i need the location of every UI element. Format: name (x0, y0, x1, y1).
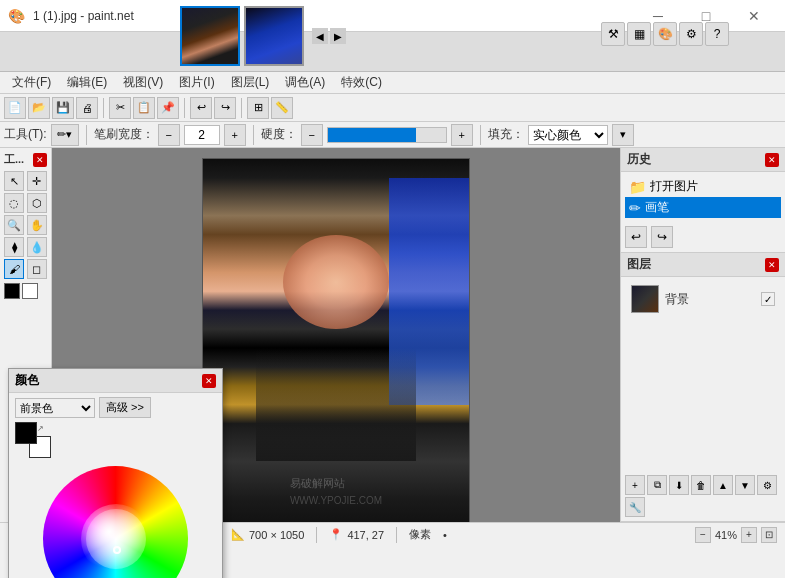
color-panel-title: 颜色 (15, 372, 39, 389)
history-item-open[interactable]: 📁 打开图片 (625, 176, 781, 197)
paste-button[interactable]: 📌 (157, 97, 179, 119)
add-layer-button[interactable]: + (625, 475, 645, 495)
foreground-swatch[interactable]: ↗ (15, 422, 37, 444)
toolbar-sep-1 (103, 98, 104, 118)
lasso-tool[interactable]: ◌ (4, 193, 24, 213)
undo-button[interactable]: ↩ (190, 97, 212, 119)
fill-options[interactable]: ▾ (612, 124, 634, 146)
canvas-watermark: 易破解网站 WWW.YPOJIE.COM (290, 474, 382, 507)
menu-colors[interactable]: 调色(A) (277, 72, 333, 93)
duplicate-layer-button[interactable]: ⧉ (647, 475, 667, 495)
thumbnail-2[interactable] (244, 6, 304, 66)
layers-panel: 图层 ✕ 背景 ✓ + ⧉ ⬇ 🗑 ▲ ▼ ⚙ 🔧 (621, 253, 785, 522)
undo-history-button[interactable]: ↩ (625, 226, 647, 248)
background-color[interactable] (22, 283, 38, 299)
menu-edit[interactable]: 编辑(E) (59, 72, 115, 93)
zoom-out-button[interactable]: − (695, 527, 711, 543)
layer-background[interactable]: 背景 ✓ (625, 281, 781, 317)
zoom-in-button[interactable]: + (741, 527, 757, 543)
thumb-arrow-right[interactable]: ▶ (330, 28, 346, 44)
magic-wand[interactable]: ⬡ (27, 193, 47, 213)
settings-icon[interactable]: ⚙ (679, 22, 703, 46)
new-button[interactable]: 📄 (4, 97, 26, 119)
eraser-tool[interactable]: ◻ (27, 259, 47, 279)
status-sep-2 (316, 527, 317, 543)
layer-name: 背景 (665, 291, 755, 308)
delete-layer-button[interactable]: 🗑 (691, 475, 711, 495)
close-button[interactable]: ✕ (731, 0, 777, 32)
brush-sep-3 (480, 125, 481, 145)
menu-effects[interactable]: 特效(C) (333, 72, 390, 93)
ruler-button[interactable]: 📏 (271, 97, 293, 119)
hardness-minus[interactable]: − (301, 124, 323, 146)
zoom-fit-button[interactable]: ⊡ (761, 527, 777, 543)
hardness-plus[interactable]: + (451, 124, 473, 146)
toolbar-sep-3 (241, 98, 242, 118)
copy-button[interactable]: 📋 (133, 97, 155, 119)
menu-image[interactable]: 图片(I) (171, 72, 222, 93)
layer-blend-button[interactable]: 🔧 (625, 497, 645, 517)
brush-size-input[interactable]: 2 (184, 125, 220, 145)
color-panel-close[interactable]: ✕ (202, 374, 216, 388)
redo-history-button[interactable]: ↪ (651, 226, 673, 248)
thumb-arrow-left[interactable]: ◀ (312, 28, 328, 44)
layers-content: 背景 ✓ (621, 277, 785, 321)
redo-button[interactable]: ↪ (214, 97, 236, 119)
open-button[interactable]: 📂 (28, 97, 50, 119)
color-squares (4, 283, 47, 299)
history-item-brush[interactable]: ✏ 画笔 (625, 197, 781, 218)
colorpicker-tool[interactable]: 💧 (27, 237, 47, 257)
thumbnail-nav: ◀ ▶ (312, 28, 346, 44)
paintbucket-tool[interactable]: ⧫ (4, 237, 24, 257)
canvas-image[interactable]: 易破解网站 WWW.YPOJIE.COM (202, 158, 470, 522)
menu-view[interactable]: 视图(V) (115, 72, 171, 93)
hardness-bar[interactable] (327, 127, 447, 143)
foreground-color[interactable] (4, 283, 20, 299)
grid-button[interactable]: ⊞ (247, 97, 269, 119)
toolbar-sep-2 (184, 98, 185, 118)
layers-panel-header: 图层 ✕ (621, 253, 785, 277)
print-button[interactable]: 🖨 (76, 97, 98, 119)
merge-layer-button[interactable]: ⬇ (669, 475, 689, 495)
menu-layers[interactable]: 图层(L) (223, 72, 278, 93)
history-controls: ↩ ↪ (621, 222, 785, 252)
zoom-control: − 41% + ⊡ (695, 527, 777, 543)
status-sep-3 (396, 527, 397, 543)
tool-icon-2[interactable]: ▦ (627, 22, 651, 46)
advanced-button[interactable]: 高级 >> (99, 397, 151, 418)
color-panel-top: 前景色 高级 >> (9, 393, 222, 422)
tool-icon-1[interactable]: ⚒ (601, 22, 625, 46)
brush-tool[interactable]: 🖌 (4, 259, 24, 279)
color-wheel[interactable] (43, 466, 188, 578)
main-area: 工... ✕ ↖ ✛ ◌ ⬡ 🔍 ✋ ⧫ 💧 🖌 ◻ (0, 148, 785, 522)
toolbox-close[interactable]: ✕ (33, 153, 47, 167)
menu-bar: 文件(F) 编辑(E) 视图(V) 图片(I) 图层(L) 调色(A) 特效(C… (0, 72, 785, 94)
cut-button[interactable]: ✂ (109, 97, 131, 119)
selection-tool[interactable]: ↖ (4, 171, 24, 191)
layers-close[interactable]: ✕ (765, 258, 779, 272)
tool-icon-3[interactable]: 🎨 (653, 22, 677, 46)
layer-properties-button[interactable]: ⚙ (757, 475, 777, 495)
hardness-label: 硬度： (261, 126, 297, 143)
brush-size-plus[interactable]: + (224, 124, 246, 146)
brush-tool-selector[interactable]: ✏▾ (51, 124, 79, 146)
layer-visibility-check[interactable]: ✓ (761, 292, 775, 306)
color-wheel-cursor[interactable] (113, 546, 121, 554)
move-down-button[interactable]: ▼ (735, 475, 755, 495)
save-button[interactable]: 💾 (52, 97, 74, 119)
color-mode-select[interactable]: 前景色 (15, 398, 95, 418)
move-up-button[interactable]: ▲ (713, 475, 733, 495)
layer-thumb (631, 285, 659, 313)
fill-select[interactable]: 实心颜色 (528, 125, 608, 145)
layers-title: 图层 (627, 256, 651, 273)
menu-file[interactable]: 文件(F) (4, 72, 59, 93)
color-panel-header: 颜色 ✕ (9, 369, 222, 393)
move-tool[interactable]: ✛ (27, 171, 47, 191)
thumbnail-1[interactable] (180, 6, 240, 66)
pan-tool[interactable]: ✋ (27, 215, 47, 235)
brush-size-minus[interactable]: − (158, 124, 180, 146)
help-icon[interactable]: ? (705, 22, 729, 46)
position-icon: 📍 (329, 528, 343, 541)
history-close[interactable]: ✕ (765, 153, 779, 167)
zoom-tool[interactable]: 🔍 (4, 215, 24, 235)
